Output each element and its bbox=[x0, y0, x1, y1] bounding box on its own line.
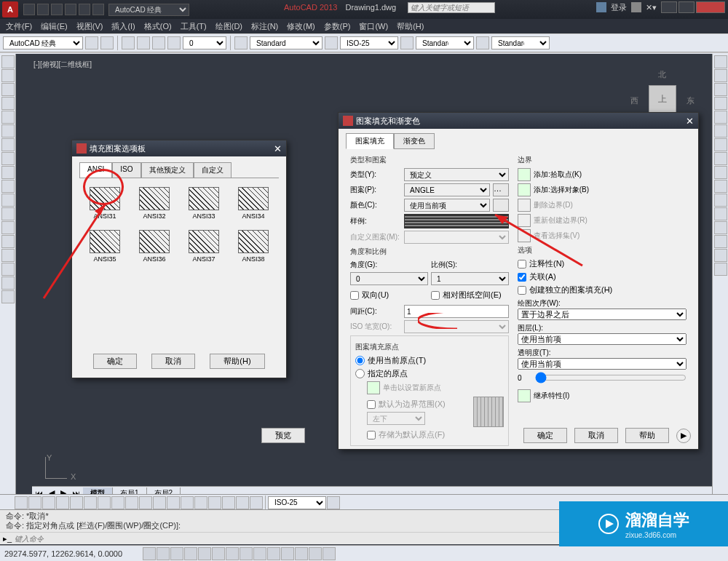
minimize-button[interactable] bbox=[661, 1, 677, 13]
qp-icon[interactable] bbox=[295, 547, 308, 560]
close-button[interactable] bbox=[696, 1, 725, 13]
scale-dd[interactable]: 1 bbox=[431, 272, 509, 285]
dlg1-close-icon[interactable]: ✕ bbox=[274, 143, 282, 154]
array-tool[interactable] bbox=[714, 111, 727, 124]
menu-file[interactable]: 文件(F) bbox=[1, 20, 36, 33]
dlg2-close-icon[interactable]: ✕ bbox=[686, 116, 694, 127]
login-button[interactable]: 登录 bbox=[611, 2, 627, 13]
rotate-tool[interactable] bbox=[714, 138, 727, 151]
relative-checkbox[interactable] bbox=[431, 291, 440, 300]
arc-tool[interactable] bbox=[1, 97, 15, 110]
menu-format[interactable]: 格式(O) bbox=[140, 20, 176, 33]
menu-modify[interactable]: 修改(M) bbox=[282, 20, 320, 33]
snap-icon[interactable] bbox=[84, 496, 97, 509]
block-tool[interactable] bbox=[1, 235, 15, 248]
dlg2-cancel-button[interactable]: 取消 bbox=[574, 428, 618, 443]
viewcube-east[interactable]: 东 bbox=[687, 95, 695, 106]
viewcube-north[interactable]: 北 bbox=[658, 69, 666, 80]
osnap-icon[interactable] bbox=[198, 547, 211, 560]
viewport-label[interactable]: [-][俯视][二维线框] bbox=[33, 60, 92, 70]
dlg1-tab-ansi[interactable]: ANSI bbox=[79, 162, 112, 178]
tablestyle-dd[interactable]: Standard bbox=[416, 36, 474, 49]
snap-icon[interactable] bbox=[181, 496, 194, 509]
infocenter-icon[interactable] bbox=[631, 2, 641, 12]
login-avatar-icon[interactable] bbox=[596, 2, 606, 12]
inherit-icon[interactable] bbox=[518, 389, 531, 402]
lwt-icon[interactable] bbox=[267, 547, 280, 560]
menu-dimension[interactable]: 标注(N) bbox=[247, 20, 282, 33]
pattern-ansi33[interactable]: ANSI33 bbox=[186, 187, 222, 220]
layer-icon[interactable] bbox=[137, 36, 150, 49]
dlg1-tab-other[interactable]: 其他预定义 bbox=[141, 162, 194, 178]
ducs-icon[interactable] bbox=[240, 547, 253, 560]
snap-icon[interactable] bbox=[167, 496, 180, 509]
color-dd[interactable]: 使用当前项 bbox=[404, 199, 490, 212]
separate-checkbox[interactable] bbox=[518, 286, 526, 295]
ortho-icon[interactable] bbox=[170, 547, 183, 560]
qat-print-icon[interactable] bbox=[92, 4, 104, 15]
break-tool[interactable] bbox=[714, 207, 727, 220]
tb-icon[interactable] bbox=[85, 36, 98, 49]
layer2-dd[interactable]: 使用当前项 bbox=[518, 333, 687, 345]
pattern-ansi35[interactable]: ANSI35 bbox=[87, 230, 123, 263]
snap-icon[interactable] bbox=[42, 496, 55, 509]
grid-icon[interactable] bbox=[157, 547, 170, 560]
hatch-tool[interactable] bbox=[1, 152, 15, 165]
associative-checkbox[interactable] bbox=[518, 273, 526, 282]
dlg1-help-button[interactable]: 帮助(H) bbox=[210, 354, 264, 369]
pattern-ansi31[interactable]: ANSI31 bbox=[87, 187, 123, 220]
scale-tool[interactable] bbox=[714, 152, 727, 165]
pattern-ansi38[interactable]: ANSI38 bbox=[235, 230, 272, 263]
store-default-checkbox[interactable] bbox=[367, 431, 376, 439]
snap-icon[interactable] bbox=[250, 496, 263, 509]
menu-window[interactable]: 窗口(W) bbox=[355, 20, 392, 33]
menu-draw[interactable]: 绘图(D) bbox=[211, 20, 247, 33]
dlg2-ok-button[interactable]: 确定 bbox=[523, 428, 567, 443]
expand-button[interactable]: ▶ bbox=[676, 429, 691, 443]
dyn-icon[interactable] bbox=[253, 547, 266, 560]
tablestyle-icon[interactable] bbox=[400, 36, 414, 49]
tool[interactable] bbox=[1, 290, 15, 303]
snap-icon[interactable] bbox=[139, 496, 152, 509]
dimstyle-icon[interactable] bbox=[325, 36, 338, 49]
mlstyle-dd[interactable]: Standard bbox=[491, 36, 550, 49]
qat-undo-icon[interactable] bbox=[65, 4, 76, 15]
coords-display[interactable]: 29274.5977, 12262.9614, 0.0000 bbox=[4, 549, 135, 558]
menu-tools[interactable]: 工具(T) bbox=[176, 20, 211, 33]
sample-preview[interactable] bbox=[404, 214, 509, 228]
snap-icon[interactable] bbox=[70, 496, 83, 509]
rectangle-tool[interactable] bbox=[1, 111, 15, 124]
snap-icon[interactable] bbox=[153, 496, 166, 509]
table-tool[interactable] bbox=[1, 207, 15, 220]
pattern-browse-button[interactable]: … bbox=[493, 183, 509, 196]
snap-icon[interactable] bbox=[222, 496, 235, 509]
snap-icon[interactable] bbox=[125, 496, 138, 509]
close-dd-icon[interactable]: ✕▾ bbox=[646, 3, 657, 12]
dlg1-tab-custom[interactable]: 自定义 bbox=[194, 162, 232, 178]
layer-dd[interactable]: 0 bbox=[183, 36, 226, 49]
erase-tool[interactable] bbox=[714, 55, 727, 68]
tpy-icon[interactable] bbox=[281, 547, 294, 560]
pattern-ansi37[interactable]: ANSI37 bbox=[186, 230, 222, 263]
snap-icon[interactable] bbox=[194, 496, 207, 509]
menu-parametric[interactable]: 参数(P) bbox=[320, 20, 355, 33]
snap-icon[interactable] bbox=[56, 496, 69, 509]
annotative-checkbox[interactable] bbox=[518, 260, 526, 268]
app-logo[interactable]: A bbox=[2, 1, 18, 17]
dlg1-tab-iso[interactable]: ISO bbox=[112, 162, 141, 178]
draworder-dd[interactable]: 置于边界之后 bbox=[518, 309, 687, 320]
dimstyle-dd[interactable]: ISO-25 bbox=[340, 36, 398, 49]
dlg1-ok-button[interactable]: 确定 bbox=[93, 354, 137, 369]
add-pick-button[interactable]: 添加:拾取点(K) bbox=[534, 170, 582, 180]
textstyle-icon[interactable] bbox=[234, 36, 248, 49]
add-pick-icon[interactable] bbox=[518, 168, 531, 181]
origin-current-radio[interactable] bbox=[355, 356, 365, 365]
workspace-dd2[interactable]: AutoCAD 经典 bbox=[3, 36, 83, 49]
mirror-tool[interactable] bbox=[714, 83, 727, 96]
snap-mode-icon[interactable] bbox=[143, 547, 156, 560]
sc-icon[interactable] bbox=[309, 547, 322, 560]
osnap3d-icon[interactable] bbox=[212, 547, 225, 560]
point-tool[interactable] bbox=[1, 166, 15, 179]
search-input[interactable] bbox=[408, 2, 495, 13]
layer-icon[interactable] bbox=[167, 36, 181, 49]
